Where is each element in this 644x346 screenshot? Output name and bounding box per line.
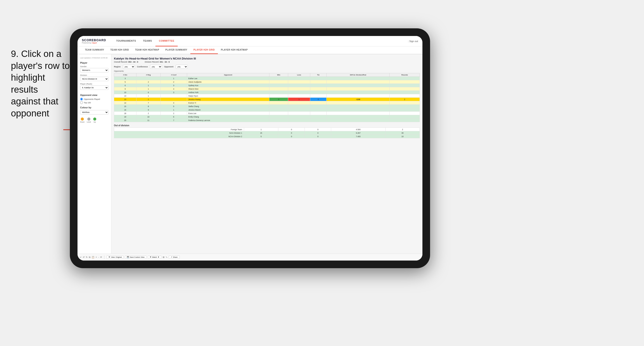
copy-icon[interactable]: ⧉ bbox=[89, 256, 90, 259]
grid-title: Katelyn Vo Head-to-Head Grid for Women's… bbox=[114, 57, 420, 60]
division-label: Division bbox=[80, 74, 108, 76]
watch-button[interactable]: 👁 Watch ▼ bbox=[148, 256, 161, 259]
table-row[interactable]: 31 Esther Lee bbox=[114, 77, 420, 80]
player-rank-label: Player (Rank) bbox=[80, 83, 108, 85]
tablet-shell: SCOREBOARD Powered by clippd TOURNAMENTS… bbox=[70, 28, 430, 268]
view-original-button[interactable]: 👁 View: Original bbox=[106, 256, 124, 259]
tablet-screen: SCOREBOARD Powered by clippd TOURNAMENTS… bbox=[78, 36, 422, 261]
tab-player-h2h-heatmap[interactable]: PLAYER H2H HEATMAP bbox=[218, 46, 251, 54]
tab-team-h2h-heatmap[interactable]: TEAM H2H HEATMAP bbox=[132, 46, 162, 54]
table-row-highlighted[interactable]: 131 Jessica Huang 0 1 0 -3.00 2 bbox=[114, 98, 420, 101]
table-row[interactable]: 20117 Federica Domecq Lacroze bbox=[114, 119, 420, 122]
redo-left-icon[interactable]: ↺ bbox=[83, 256, 84, 258]
h2h-table: # Div # Reg # Conf Opponent Win Loss Tie… bbox=[114, 73, 420, 122]
opponent-view-section: Opponent view Opponents Played Top 100 bbox=[80, 94, 108, 104]
table-row[interactable]: 914 Sharon Mun bbox=[114, 87, 420, 91]
col-loss: Loss bbox=[288, 73, 310, 77]
content-area: Katelyn Vo Head-to-Head Grid for Women's… bbox=[111, 54, 422, 254]
table-row[interactable]: Foreign Team 1 0 0 4.500 2 bbox=[114, 128, 420, 131]
colour-down-label: Down bbox=[80, 121, 84, 123]
col-opponent: Opponent bbox=[187, 73, 269, 77]
table-row[interactable]: NCAA Division 2 5 0 0 7.400 10 bbox=[114, 135, 420, 138]
refresh-icon[interactable]: ⟳ bbox=[100, 256, 102, 258]
logo-powered: Powered by clippd bbox=[82, 42, 106, 44]
colour-by-label: Colour by bbox=[80, 106, 108, 109]
opponents-label: Opponents: bbox=[114, 70, 420, 72]
gender-label: Gender bbox=[80, 65, 108, 68]
sub-nav: TEAM SUMMARY TEAM H2H GRID TEAM H2H HEAT… bbox=[78, 46, 422, 54]
division-select[interactable]: NCAA Division III bbox=[80, 77, 108, 81]
colour-level-dot bbox=[87, 118, 90, 121]
tab-player-summary[interactable]: PLAYER SUMMARY bbox=[162, 46, 190, 54]
out-of-division-title: Out of division bbox=[114, 124, 420, 127]
col-win: Win bbox=[269, 73, 288, 77]
undo-icon[interactable]: ↩ bbox=[80, 256, 82, 258]
opponent-filter[interactable]: (All) bbox=[176, 65, 188, 69]
player-rank-select[interactable]: 8. Katelyn Vo bbox=[80, 85, 108, 90]
filters-row: Region (All) Conference (All) Opponent (… bbox=[114, 65, 420, 69]
table-row[interactable]: 522 Alexis Sudjianto bbox=[114, 80, 420, 84]
conference-filter[interactable]: (All) bbox=[150, 65, 162, 69]
table-row[interactable]: 1585 Stella Chang bbox=[114, 105, 420, 108]
main-content: Last Updated: 27/03/2024 16:55:38 Player… bbox=[78, 54, 422, 254]
bottom-toolbar: ↩ ↺ ↻ ⧉ 📋 + - ⟳ 👁 View: Original 💾 Save … bbox=[78, 254, 422, 261]
instruction-text: 9. Click on a player's row to highlight … bbox=[11, 48, 70, 120]
nav-links: TOURNAMENTS TEAMS COMMITTEE bbox=[113, 36, 408, 46]
resize-icon[interactable]: ⤡ bbox=[166, 256, 168, 258]
radio-opponents-played[interactable]: Opponents Played bbox=[80, 98, 108, 101]
tab-player-h2h-grid[interactable]: PLAYER H2H GRID bbox=[190, 46, 218, 54]
record-row: Overall Record: 353 - 34 - 6 Division Re… bbox=[114, 61, 420, 63]
opponent-radio-group: Opponents Played Top 100 bbox=[80, 98, 108, 104]
add-icon[interactable]: + bbox=[96, 256, 97, 258]
tab-team-summary[interactable]: TEAM SUMMARY bbox=[82, 46, 107, 54]
grid-icon[interactable]: ⊞ bbox=[163, 256, 164, 258]
sign-out-button[interactable]: Sign out bbox=[408, 40, 418, 42]
col-diff: Diff Av Strokes/Rnd bbox=[326, 73, 390, 77]
save-custom-view-button[interactable]: 💾 Save Custom View bbox=[125, 256, 146, 259]
table-row[interactable]: 1691 Jessica Mason bbox=[114, 108, 420, 112]
table-row[interactable]: 1822 Euna Lee bbox=[114, 112, 420, 115]
opponent-view-label: Opponent view bbox=[80, 94, 108, 96]
colour-by-select[interactable]: Win/loss bbox=[80, 110, 108, 115]
sidebar: Last Updated: 27/03/2024 16:55:38 Player… bbox=[78, 54, 111, 254]
table-row[interactable]: 613 Sydney Kuo bbox=[114, 84, 420, 87]
top-nav: SCOREBOARD Powered by clippd TOURNAMENTS… bbox=[78, 36, 422, 46]
colour-up-dot bbox=[93, 118, 96, 121]
col-tie: Tie bbox=[310, 73, 326, 77]
col-rounds: Rounds bbox=[390, 73, 420, 77]
col-reg: # Reg bbox=[136, 73, 160, 77]
colour-by-section: Colour by Win/loss Down Level bbox=[80, 106, 108, 123]
nav-teams[interactable]: TEAMS bbox=[140, 36, 156, 46]
col-div: # Div bbox=[114, 73, 136, 77]
paste-icon[interactable]: 📋 bbox=[92, 256, 94, 258]
table-row[interactable]: NAIA Division 1 15 0 0 9.267 30 bbox=[114, 131, 420, 135]
nav-committee[interactable]: COMMITTEE bbox=[156, 36, 178, 46]
gender-select[interactable]: Women's bbox=[80, 68, 108, 72]
logo-text: SCOREBOARD bbox=[82, 38, 106, 42]
logo: SCOREBOARD Powered by clippd bbox=[82, 38, 106, 44]
nav-tournaments[interactable]: TOURNAMENTS bbox=[113, 36, 140, 46]
col-conf: # Conf bbox=[160, 73, 187, 77]
table-row[interactable]: 1474 Eunice Yi bbox=[114, 101, 420, 105]
sidebar-player-heading: Player bbox=[80, 61, 108, 64]
table-row[interactable]: 131 Haejo Hyun bbox=[114, 94, 420, 98]
out-of-division-table: Foreign Team 1 0 0 4.500 2 NAIA Division… bbox=[114, 128, 420, 138]
colour-down-dot bbox=[81, 118, 84, 121]
colour-up-label: Up bbox=[94, 121, 96, 123]
radio-top-100[interactable]: Top 100 bbox=[80, 101, 108, 104]
redo-right-icon[interactable]: ↻ bbox=[86, 256, 88, 258]
colour-level-label: Level bbox=[87, 121, 91, 123]
table-row[interactable]: 19106 Emily Chang bbox=[114, 115, 420, 119]
colour-legend: Down Level Up bbox=[80, 118, 108, 123]
sidebar-timestamp: Last Updated: 27/03/2024 16:55:38 bbox=[80, 57, 108, 59]
table-row[interactable]: 1063 Andrea York bbox=[114, 91, 420, 94]
share-button[interactable]: ↗ Share bbox=[169, 256, 180, 259]
tab-team-h2h-grid[interactable]: TEAM H2H GRID bbox=[107, 46, 132, 54]
minus-icon[interactable]: - bbox=[98, 256, 99, 258]
region-filter[interactable]: (All) bbox=[123, 65, 135, 69]
